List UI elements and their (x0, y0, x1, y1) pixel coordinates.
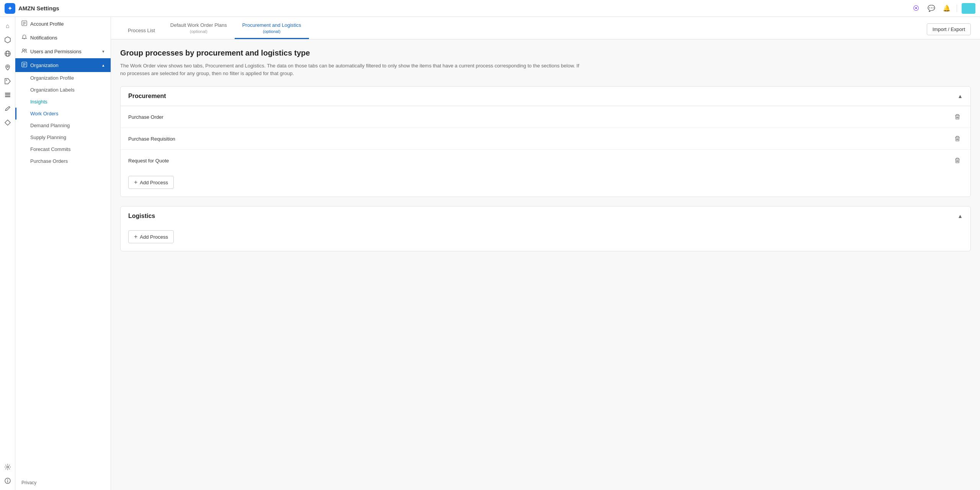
process-row-request-for-quote: Request for Quote (121, 149, 970, 171)
topbar-divider (957, 5, 957, 12)
sidebar-sub-menu: Organization Profile Organization Labels… (15, 72, 111, 167)
users-permissions-chevron: ▾ (102, 49, 105, 54)
sidebar-sub-purchase-orders[interactable]: Purchase Orders (15, 155, 111, 167)
supply-planning-label: Supply Planning (30, 134, 66, 140)
nav-list[interactable] (2, 89, 14, 101)
svg-point-4 (7, 66, 8, 67)
sidebar-item-notifications[interactable]: Notifications (15, 31, 111, 44)
procurement-section: Procurement ▲ Purchase Order Purchase Re… (120, 86, 971, 197)
purchase-order-name: Purchase Order (128, 114, 952, 120)
main-content: Process List Default Work Order Plans (o… (111, 17, 980, 490)
privacy-label: Privacy (21, 480, 36, 485)
nav-hex[interactable] (2, 34, 14, 46)
privacy-link[interactable]: Privacy (15, 475, 111, 490)
users-permissions-icon (21, 48, 27, 55)
svg-point-21 (25, 49, 26, 51)
users-permissions-label: Users and Permissions (30, 49, 82, 54)
nav-tag[interactable] (2, 75, 14, 87)
demand-planning-label: Demand Planning (30, 123, 70, 128)
sidebar-sub-forecast-commits[interactable]: Forecast Commits (15, 143, 111, 155)
tab-process-list[interactable]: Process List (120, 22, 163, 39)
chat-icon[interactable]: 💬 (926, 3, 937, 14)
nav-settings[interactable] (2, 461, 14, 473)
svg-point-11 (7, 466, 8, 468)
nav-pencil[interactable] (2, 103, 14, 115)
tab-default-work-order-sub: (optional) (170, 29, 227, 34)
bell-icon[interactable]: 🔔 (941, 3, 952, 14)
svg-point-20 (23, 49, 24, 51)
topbar-action-button[interactable] (962, 3, 975, 14)
add-icon-logistics: + (134, 233, 137, 240)
logistics-section-header[interactable]: Logistics ▲ (121, 206, 970, 226)
icon-nav: ⌂ (0, 17, 15, 490)
delete-purchase-requisition-button[interactable] (952, 133, 963, 144)
account-profile-icon (21, 20, 27, 27)
delete-request-for-quote-button[interactable] (952, 155, 963, 166)
nav-info[interactable] (2, 475, 14, 487)
request-for-quote-name: Request for Quote (128, 158, 952, 164)
topbar-icons: ⦿ 💬 🔔 (911, 3, 975, 14)
add-process-logistics-button[interactable]: + Add Process (128, 230, 174, 243)
organization-label: Organization (30, 62, 59, 68)
process-row-purchase-requisition: Purchase Requisition (121, 128, 970, 149)
app-logo: ✦ (5, 3, 15, 14)
sidebar-item-account-profile[interactable]: Account Profile (15, 17, 111, 31)
org-code: AMZN (18, 5, 35, 11)
page-description: The Work Order view shows two tabs, Proc… (120, 62, 580, 77)
add-icon-procurement: + (134, 179, 137, 186)
svg-rect-34 (955, 159, 960, 159)
work-orders-label: Work Orders (30, 111, 58, 116)
tab-process-list-label: Process List (128, 28, 155, 33)
svg-rect-7 (5, 95, 10, 96)
procurement-section-title: Procurement (128, 93, 957, 100)
org-labels-label: Organization Labels (30, 87, 75, 93)
sidebar-sub-insights[interactable]: Insights (15, 96, 111, 108)
content-area: Group processes by procurement and logis… (111, 39, 980, 490)
forecast-commits-label: Forecast Commits (30, 146, 70, 152)
nav-diamond[interactable] (2, 116, 14, 129)
nav-home[interactable]: ⌂ (2, 20, 14, 32)
logistics-section-body: + Add Process (121, 230, 970, 251)
svg-marker-10 (5, 120, 10, 125)
sidebar-item-users-permissions[interactable]: Users and Permissions ▾ (15, 44, 111, 58)
organization-chevron: ▴ (102, 63, 105, 68)
tab-procurement-logistics[interactable]: Procurement and Logistics (optional) (235, 17, 309, 39)
logistics-section-title: Logistics (128, 213, 957, 220)
procurement-chevron-icon: ▲ (957, 93, 963, 99)
organization-icon (21, 62, 27, 69)
svg-rect-6 (5, 93, 10, 94)
user-icon[interactable]: ⦿ (911, 3, 921, 14)
nav-globe[interactable] (2, 48, 14, 60)
settings-title: Settings (37, 5, 59, 11)
sidebar-sub-supply-planning[interactable]: Supply Planning (15, 131, 111, 143)
tab-bar: Process List Default Work Order Plans (o… (111, 17, 980, 39)
process-row-purchase-order: Purchase Order (121, 106, 970, 128)
tab-procurement-logistics-label: Procurement and Logistics (242, 22, 301, 28)
page-title: Group processes by procurement and logis… (120, 49, 971, 57)
sidebar-sub-org-profile[interactable]: Organization Profile (15, 72, 111, 84)
sidebar-sub-work-orders[interactable]: Work Orders (15, 108, 111, 120)
procurement-section-body: Purchase Order Purchase Requisition Requ… (121, 106, 970, 197)
sidebar-item-organization[interactable]: Organization ▴ (15, 58, 111, 72)
nav-bottom (2, 461, 14, 487)
topbar: ✦ AMZN Settings ⦿ 💬 🔔 (0, 0, 980, 17)
add-process-procurement-label: Add Process (140, 180, 168, 185)
add-process-procurement-button[interactable]: + Add Process (128, 176, 174, 189)
import-export-button[interactable]: Import / Export (927, 23, 971, 35)
logistics-section: Logistics ▲ + Add Process (120, 206, 971, 251)
sidebar-sub-org-labels[interactable]: Organization Labels (15, 84, 111, 96)
delete-purchase-order-button[interactable] (952, 111, 963, 122)
tab-default-work-order-label: Default Work Order Plans (170, 22, 227, 28)
tab-default-work-order[interactable]: Default Work Order Plans (optional) (163, 17, 235, 39)
sidebar-sub-demand-planning[interactable]: Demand Planning (15, 120, 111, 131)
app-title: AMZN Settings (18, 5, 59, 11)
import-export-label: Import / Export (933, 26, 965, 32)
svg-point-14 (7, 479, 8, 480)
svg-rect-8 (5, 96, 10, 97)
nav-location[interactable] (2, 61, 14, 74)
org-profile-label: Organization Profile (30, 75, 74, 81)
svg-rect-26 (955, 115, 960, 116)
logistics-chevron-icon: ▲ (957, 213, 963, 219)
procurement-section-header[interactable]: Procurement ▲ (121, 87, 970, 106)
insights-label: Insights (30, 99, 47, 105)
